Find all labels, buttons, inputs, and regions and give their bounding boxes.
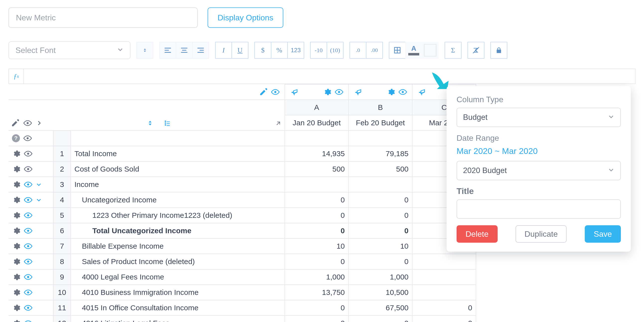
display-options-button[interactable]: Display Options bbox=[208, 7, 283, 28]
cell[interactable]: 0 bbox=[285, 254, 348, 269]
row-number[interactable]: 12 bbox=[53, 316, 71, 322]
row-number[interactable]: 5 bbox=[53, 208, 71, 223]
eye-icon[interactable] bbox=[335, 88, 343, 96]
row-number[interactable]: 9 bbox=[53, 269, 71, 285]
percent-format-button[interactable]: % bbox=[271, 42, 288, 59]
cell[interactable]: 79,185 bbox=[348, 146, 412, 161]
budget-select[interactable]: 2020 Budget bbox=[456, 161, 621, 180]
column-type-select[interactable]: Budget bbox=[456, 108, 621, 127]
cell[interactable]: 10 bbox=[285, 239, 348, 254]
text-color-button[interactable]: A bbox=[405, 42, 422, 59]
date-range-value[interactable]: Mar 2020 ~ Mar 2020 bbox=[456, 146, 621, 156]
cell[interactable]: 0 bbox=[348, 316, 412, 322]
row-number[interactable]: 6 bbox=[53, 223, 71, 239]
eye-icon[interactable] bbox=[271, 88, 280, 96]
gear-icon[interactable] bbox=[12, 319, 20, 322]
row-label[interactable]: Cost of Goods Sold bbox=[71, 161, 285, 177]
cell[interactable]: 10,500 bbox=[348, 285, 412, 300]
cell[interactable]: 10 bbox=[348, 239, 412, 254]
chevron-down-icon[interactable] bbox=[36, 197, 42, 203]
row-label[interactable]: 4015 In Office Consultation Income bbox=[71, 300, 285, 316]
gear-icon[interactable] bbox=[12, 196, 20, 204]
gear-icon[interactable] bbox=[323, 88, 331, 96]
pencil-icon[interactable] bbox=[259, 88, 268, 96]
gear-icon[interactable] bbox=[12, 149, 20, 158]
row-label[interactable]: Total Uncategorized Income bbox=[71, 223, 285, 239]
eye-icon[interactable] bbox=[24, 273, 32, 281]
row-number[interactable]: 3 bbox=[53, 177, 71, 192]
eye-icon[interactable] bbox=[24, 227, 32, 235]
row-number[interactable]: 1 bbox=[53, 146, 71, 161]
sort-icon[interactable] bbox=[146, 120, 154, 127]
italic-button[interactable]: I bbox=[215, 42, 232, 59]
cell[interactable]: 0 bbox=[412, 316, 476, 322]
row-label[interactable]: Total Income bbox=[71, 146, 285, 161]
eye-icon[interactable] bbox=[24, 165, 32, 173]
currency-format-button[interactable]: $ bbox=[254, 42, 271, 59]
row-label[interactable]: 4010 Business Immigration Income bbox=[71, 285, 285, 300]
row-label[interactable] bbox=[71, 131, 285, 146]
decrease-decimal-button[interactable]: .0 bbox=[350, 42, 366, 59]
eye-icon[interactable] bbox=[24, 196, 32, 204]
borders-button[interactable] bbox=[389, 42, 406, 59]
eye-icon[interactable] bbox=[24, 288, 32, 297]
eye-icon[interactable] bbox=[24, 242, 32, 250]
row-label[interactable]: Sales of Product Income (deleted) bbox=[71, 254, 285, 269]
sum-button[interactable]: Σ bbox=[444, 42, 462, 59]
gear-icon[interactable] bbox=[12, 242, 20, 250]
eye-icon[interactable] bbox=[24, 180, 32, 189]
cell[interactable] bbox=[285, 131, 348, 146]
cell[interactable]: 0 bbox=[285, 192, 348, 208]
telescope-icon[interactable] bbox=[418, 88, 426, 96]
font-size-stepper[interactable] bbox=[136, 42, 153, 59]
cell[interactable]: 1,000 bbox=[348, 269, 412, 285]
chevron-right-icon[interactable] bbox=[36, 120, 42, 126]
column-letter-A[interactable]: A bbox=[285, 100, 348, 115]
gear-icon[interactable] bbox=[12, 257, 20, 266]
cell[interactable]: 500 bbox=[285, 161, 348, 177]
row-label[interactable]: Uncategorized Income bbox=[71, 192, 285, 208]
cell[interactable]: 0 bbox=[412, 300, 476, 316]
row-number[interactable]: 10 bbox=[53, 285, 71, 300]
row-number[interactable]: 4 bbox=[53, 192, 71, 208]
cell[interactable]: 0 bbox=[348, 208, 412, 223]
row-label[interactable]: 4016 Litigation Legal Fees bbox=[71, 316, 285, 322]
gear-icon[interactable] bbox=[12, 273, 20, 281]
eye-icon[interactable] bbox=[24, 304, 32, 312]
row-label[interactable]: Income bbox=[71, 177, 285, 192]
cell[interactable]: 0 bbox=[285, 300, 348, 316]
eye-icon[interactable] bbox=[24, 134, 32, 142]
formula-input[interactable] bbox=[24, 69, 635, 83]
negative-paren-button[interactable]: (10) bbox=[326, 42, 344, 59]
gear-icon[interactable] bbox=[12, 180, 20, 189]
cell[interactable] bbox=[412, 269, 476, 285]
cell[interactable]: 0 bbox=[348, 254, 412, 269]
align-center-button[interactable] bbox=[176, 42, 193, 59]
underline-button[interactable]: U bbox=[232, 42, 248, 59]
cell[interactable] bbox=[412, 285, 476, 300]
cell[interactable]: 0 bbox=[285, 208, 348, 223]
cell[interactable] bbox=[412, 254, 476, 269]
expand-diag-icon[interactable] bbox=[275, 120, 282, 127]
negative-plain-button[interactable]: -10 bbox=[310, 42, 327, 59]
eye-icon[interactable] bbox=[24, 319, 32, 322]
cell[interactable]: 0 bbox=[348, 192, 412, 208]
eye-icon[interactable] bbox=[398, 88, 407, 96]
increase-decimal-button[interactable]: .00 bbox=[366, 42, 383, 59]
cell[interactable]: 500 bbox=[348, 161, 412, 177]
column-letter-B[interactable]: B bbox=[348, 100, 412, 115]
delete-button[interactable]: Delete bbox=[456, 225, 498, 243]
cell[interactable]: 14,935 bbox=[285, 146, 348, 161]
lock-button[interactable] bbox=[490, 42, 507, 59]
align-right-button[interactable] bbox=[192, 42, 209, 59]
eye-icon[interactable] bbox=[24, 149, 32, 158]
cell[interactable] bbox=[285, 177, 348, 192]
gear-icon[interactable] bbox=[12, 165, 20, 173]
gear-icon[interactable] bbox=[12, 227, 20, 235]
number-format-button[interactable]: 123 bbox=[287, 42, 304, 59]
telescope-icon[interactable] bbox=[354, 88, 362, 96]
help-icon[interactable]: ? bbox=[12, 134, 20, 142]
row-number[interactable] bbox=[53, 131, 71, 146]
gear-icon[interactable] bbox=[12, 304, 20, 312]
row-label[interactable]: 4000 Legal Fees Income bbox=[71, 269, 285, 285]
